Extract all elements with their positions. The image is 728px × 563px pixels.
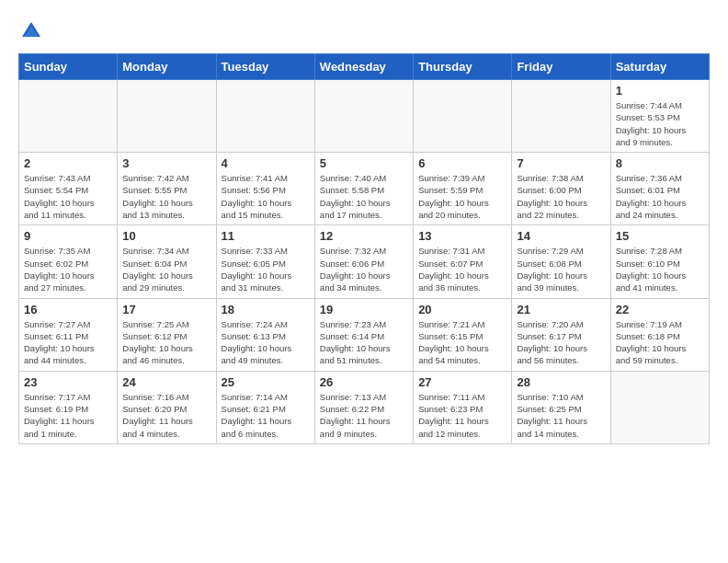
calendar-day-22: 22Sunrise: 7:19 AM Sunset: 6:18 PM Dayli…	[610, 298, 709, 371]
calendar-day-17: 17Sunrise: 7:25 AM Sunset: 6:12 PM Dayli…	[118, 298, 216, 371]
day-number: 17	[122, 303, 210, 316]
calendar-day-3: 3Sunrise: 7:42 AM Sunset: 5:55 PM Daylig…	[118, 153, 216, 225]
day-number: 20	[418, 303, 506, 316]
day-info: Sunrise: 7:44 AM Sunset: 5:53 PM Dayligh…	[616, 99, 704, 148]
calendar-day-9: 9Sunrise: 7:35 AM Sunset: 6:02 PM Daylig…	[19, 225, 118, 298]
calendar-empty-cell	[216, 80, 314, 153]
day-info: Sunrise: 7:39 AM Sunset: 5:59 PM Dayligh…	[418, 172, 506, 221]
calendar-day-14: 14Sunrise: 7:29 AM Sunset: 6:08 PM Dayli…	[512, 225, 610, 298]
calendar-day-12: 12Sunrise: 7:32 AM Sunset: 6:06 PM Dayli…	[314, 225, 413, 298]
calendar-day-6: 6Sunrise: 7:39 AM Sunset: 5:59 PM Daylig…	[414, 153, 512, 225]
calendar-week-row: 16Sunrise: 7:27 AM Sunset: 6:11 PM Dayli…	[19, 298, 710, 371]
day-info: Sunrise: 7:10 AM Sunset: 6:25 PM Dayligh…	[517, 391, 605, 440]
day-info: Sunrise: 7:20 AM Sunset: 6:17 PM Dayligh…	[517, 318, 605, 367]
day-info: Sunrise: 7:14 AM Sunset: 6:21 PM Dayligh…	[222, 391, 310, 440]
weekday-header-saturday: Saturday	[610, 54, 709, 80]
logo	[18, 18, 46, 44]
day-info: Sunrise: 7:17 AM Sunset: 6:19 PM Dayligh…	[24, 391, 112, 440]
day-number: 5	[320, 156, 408, 170]
day-number: 14	[517, 229, 605, 243]
day-number: 15	[616, 229, 704, 243]
calendar-day-16: 16Sunrise: 7:27 AM Sunset: 6:11 PM Dayli…	[19, 298, 118, 371]
weekday-header-thursday: Thursday	[414, 54, 512, 80]
day-number: 12	[320, 229, 408, 243]
day-info: Sunrise: 7:11 AM Sunset: 6:23 PM Dayligh…	[418, 391, 506, 440]
calendar-day-24: 24Sunrise: 7:16 AM Sunset: 6:20 PM Dayli…	[118, 371, 216, 443]
logo-icon	[18, 18, 44, 44]
calendar-empty-cell	[19, 80, 118, 153]
calendar-week-row: 2Sunrise: 7:43 AM Sunset: 5:54 PM Daylig…	[19, 153, 710, 225]
day-number: 1	[616, 84, 704, 98]
day-info: Sunrise: 7:13 AM Sunset: 6:22 PM Dayligh…	[320, 391, 408, 440]
calendar-week-row: 9Sunrise: 7:35 AM Sunset: 6:02 PM Daylig…	[19, 225, 710, 298]
day-info: Sunrise: 7:16 AM Sunset: 6:20 PM Dayligh…	[122, 391, 210, 440]
day-number: 18	[222, 303, 310, 316]
calendar-day-15: 15Sunrise: 7:28 AM Sunset: 6:10 PM Dayli…	[610, 225, 709, 298]
calendar-empty-cell	[512, 80, 610, 153]
day-number: 6	[418, 156, 506, 170]
day-number: 16	[24, 303, 112, 316]
calendar-day-7: 7Sunrise: 7:38 AM Sunset: 6:00 PM Daylig…	[512, 153, 610, 225]
day-info: Sunrise: 7:29 AM Sunset: 6:08 PM Dayligh…	[517, 245, 605, 293]
calendar-day-19: 19Sunrise: 7:23 AM Sunset: 6:14 PM Dayli…	[314, 298, 413, 371]
calendar-day-20: 20Sunrise: 7:21 AM Sunset: 6:15 PM Dayli…	[414, 298, 512, 371]
day-number: 24	[122, 375, 210, 389]
weekday-header-monday: Monday	[118, 54, 216, 80]
day-number: 8	[616, 156, 704, 170]
day-info: Sunrise: 7:24 AM Sunset: 6:13 PM Dayligh…	[222, 318, 310, 367]
day-info: Sunrise: 7:34 AM Sunset: 6:04 PM Dayligh…	[122, 245, 210, 293]
day-info: Sunrise: 7:35 AM Sunset: 6:02 PM Dayligh…	[24, 245, 112, 293]
calendar-day-5: 5Sunrise: 7:40 AM Sunset: 5:58 PM Daylig…	[314, 153, 413, 225]
calendar-day-13: 13Sunrise: 7:31 AM Sunset: 6:07 PM Dayli…	[414, 225, 512, 298]
day-info: Sunrise: 7:43 AM Sunset: 5:54 PM Dayligh…	[24, 172, 112, 221]
day-info: Sunrise: 7:40 AM Sunset: 5:58 PM Dayligh…	[320, 172, 408, 221]
day-number: 13	[418, 229, 506, 243]
day-number: 28	[517, 375, 605, 389]
calendar-day-26: 26Sunrise: 7:13 AM Sunset: 6:22 PM Dayli…	[314, 371, 413, 443]
day-info: Sunrise: 7:36 AM Sunset: 6:01 PM Dayligh…	[616, 172, 704, 221]
calendar-day-10: 10Sunrise: 7:34 AM Sunset: 6:04 PM Dayli…	[118, 225, 216, 298]
day-number: 26	[320, 375, 408, 389]
day-number: 27	[418, 375, 506, 389]
calendar-day-18: 18Sunrise: 7:24 AM Sunset: 6:13 PM Dayli…	[216, 298, 314, 371]
calendar-day-23: 23Sunrise: 7:17 AM Sunset: 6:19 PM Dayli…	[19, 371, 118, 443]
calendar-day-2: 2Sunrise: 7:43 AM Sunset: 5:54 PM Daylig…	[19, 153, 118, 225]
calendar-table: SundayMondayTuesdayWednesdayThursdayFrid…	[18, 53, 710, 444]
day-number: 21	[517, 303, 605, 316]
calendar-day-1: 1Sunrise: 7:44 AM Sunset: 5:53 PM Daylig…	[610, 80, 709, 153]
calendar-day-8: 8Sunrise: 7:36 AM Sunset: 6:01 PM Daylig…	[610, 153, 709, 225]
calendar-empty-cell	[610, 371, 709, 443]
day-info: Sunrise: 7:38 AM Sunset: 6:00 PM Dayligh…	[517, 172, 605, 221]
day-info: Sunrise: 7:42 AM Sunset: 5:55 PM Dayligh…	[122, 172, 210, 221]
calendar-empty-cell	[118, 80, 216, 153]
weekday-header-friday: Friday	[512, 54, 610, 80]
day-info: Sunrise: 7:28 AM Sunset: 6:10 PM Dayligh…	[616, 245, 704, 293]
calendar-day-25: 25Sunrise: 7:14 AM Sunset: 6:21 PM Dayli…	[216, 371, 314, 443]
day-info: Sunrise: 7:19 AM Sunset: 6:18 PM Dayligh…	[616, 318, 704, 367]
day-number: 9	[24, 229, 112, 243]
day-number: 23	[24, 375, 112, 389]
day-number: 22	[616, 303, 704, 316]
day-number: 10	[122, 229, 210, 243]
day-number: 4	[222, 156, 310, 170]
day-number: 11	[222, 229, 310, 243]
weekday-header-tuesday: Tuesday	[216, 54, 314, 80]
day-info: Sunrise: 7:23 AM Sunset: 6:14 PM Dayligh…	[320, 318, 408, 367]
calendar-day-28: 28Sunrise: 7:10 AM Sunset: 6:25 PM Dayli…	[512, 371, 610, 443]
day-info: Sunrise: 7:33 AM Sunset: 6:05 PM Dayligh…	[222, 245, 310, 293]
day-number: 2	[24, 156, 112, 170]
day-info: Sunrise: 7:21 AM Sunset: 6:15 PM Dayligh…	[418, 318, 506, 367]
day-info: Sunrise: 7:27 AM Sunset: 6:11 PM Dayligh…	[24, 318, 112, 367]
weekday-header-row: SundayMondayTuesdayWednesdayThursdayFrid…	[19, 54, 710, 80]
calendar-day-27: 27Sunrise: 7:11 AM Sunset: 6:23 PM Dayli…	[414, 371, 512, 443]
day-info: Sunrise: 7:41 AM Sunset: 5:56 PM Dayligh…	[222, 172, 310, 221]
day-number: 25	[222, 375, 310, 389]
calendar-week-row: 1Sunrise: 7:44 AM Sunset: 5:53 PM Daylig…	[19, 80, 710, 153]
page-header	[18, 18, 710, 44]
calendar-day-11: 11Sunrise: 7:33 AM Sunset: 6:05 PM Dayli…	[216, 225, 314, 298]
calendar-day-4: 4Sunrise: 7:41 AM Sunset: 5:56 PM Daylig…	[216, 153, 314, 225]
day-info: Sunrise: 7:25 AM Sunset: 6:12 PM Dayligh…	[122, 318, 210, 367]
day-number: 7	[517, 156, 605, 170]
calendar-empty-cell	[414, 80, 512, 153]
weekday-header-sunday: Sunday	[19, 54, 118, 80]
